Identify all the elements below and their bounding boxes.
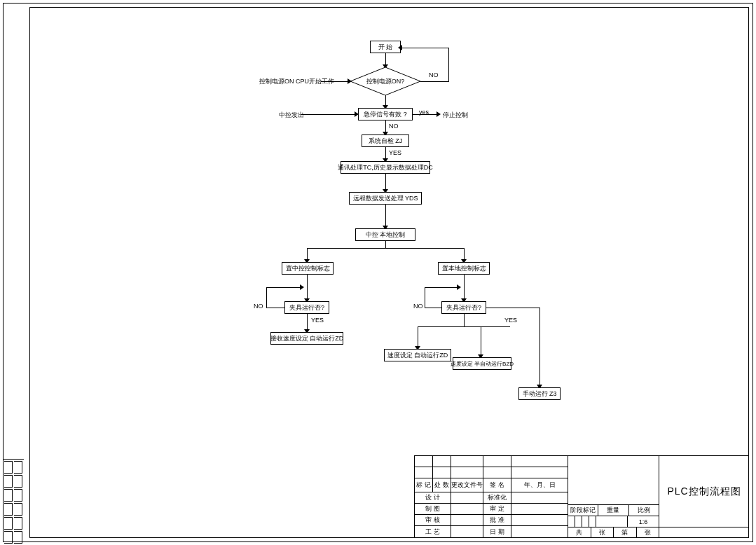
cell: 签 名 [483, 478, 511, 492]
line [418, 326, 418, 347]
node-selfcheck: 系统自检 ZJ [362, 134, 409, 147]
line [539, 308, 540, 386]
line [425, 287, 425, 308]
label: 控制电源ON? [366, 77, 405, 86]
node-set-local: 置本地控制标志 [438, 262, 490, 275]
node-speed-auto: 速度设定 自动运行ZD [384, 349, 451, 361]
arrow [300, 284, 304, 290]
arrow [437, 111, 441, 117]
node-stop-q: 急停信号有效 ? [358, 108, 413, 120]
line [425, 308, 441, 308]
node-power-diamond: 控制电源ON? [350, 67, 420, 95]
node-clamp-r: 夹具运行否? [441, 301, 486, 314]
label-stop-side: 中控发出 [279, 111, 304, 120]
arrow [398, 45, 402, 50]
line [385, 174, 386, 191]
label-clampno-l: NO [254, 303, 263, 310]
cell: 第 [614, 527, 637, 538]
node-mode: 中控 本地控制 [355, 228, 415, 241]
line [448, 48, 449, 82]
cell: 批 准 [483, 515, 511, 525]
cell: 更改文件号 [451, 478, 483, 492]
cell: 比例 [629, 505, 659, 516]
line [425, 287, 458, 288]
cell: 审 定 [483, 504, 511, 514]
cell: 共 [568, 527, 591, 538]
label-clampyes-l: YES [311, 317, 324, 324]
tb-right: PLC控制流程图 [659, 456, 749, 538]
title-block: 标 记 处 数 更改文件号 签 名 年、月、日 设 计 标准化 制 图 审 定 … [414, 455, 749, 538]
tb-mid: 阶段标记 重量 比例 1:6 共 张 第 张 [568, 456, 659, 538]
line [266, 308, 284, 308]
node-tc-dc: 通讯处理TC,历史显示数据处理DC [341, 161, 430, 174]
line [401, 48, 448, 48]
cell: 标 记 [415, 478, 433, 492]
line [481, 326, 481, 356]
cell: 标准化 [483, 492, 511, 503]
line [266, 287, 301, 288]
cell: 张 [591, 527, 614, 538]
line [307, 314, 308, 331]
label-clampno-r: NO [413, 303, 423, 310]
cell: 阶段标记 [568, 505, 598, 516]
line [307, 248, 464, 249]
label-power-no: NO [429, 71, 439, 78]
label-sys-yes: YES [389, 149, 401, 156]
node-recv-speed: 接收速度设定 自动运行ZD [270, 332, 343, 345]
cell: 年、月、日 [511, 478, 568, 492]
label-clampyes-r: YES [504, 317, 517, 324]
line [385, 241, 386, 248]
left-stub-table [3, 459, 24, 545]
node-clamp-l: 夹具运行否? [284, 301, 329, 314]
cell: 设 计 [415, 492, 451, 503]
cell: 重量 [598, 505, 628, 516]
cell: 制 图 [415, 504, 451, 514]
tb-left: 标 记 处 数 更改文件号 签 名 年、月、日 设 计 标准化 制 图 审 定 … [415, 456, 568, 538]
arrow [355, 111, 359, 117]
arrow [457, 284, 461, 290]
line [307, 275, 308, 300]
cell: 张 [637, 527, 659, 538]
line [301, 114, 356, 115]
node-speed-bzd: 速度设定 半自动运行BZD [453, 357, 511, 370]
node-manual: 手动运行 Z3 [518, 387, 561, 400]
line [385, 205, 386, 227]
node-set-central: 置中控控制标志 [282, 262, 334, 275]
line [464, 314, 465, 326]
cell: 工 艺 [415, 526, 451, 538]
line [418, 326, 510, 327]
drawing-title: PLC控制流程图 [659, 456, 749, 527]
node-start: 开 始 [370, 41, 401, 53]
line [486, 308, 539, 308]
line [266, 287, 267, 308]
cell: 日 期 [483, 526, 511, 538]
label-stop-no: NO [389, 123, 399, 130]
line [420, 81, 448, 82]
arrow [348, 78, 352, 84]
cell: 处 数 [433, 478, 451, 492]
cell: 1:6 [628, 516, 659, 527]
line [321, 81, 349, 82]
node-yds: 远程数据发送处理 YDS [349, 192, 422, 205]
cell: 审 核 [415, 515, 451, 525]
line [464, 275, 465, 300]
line [413, 114, 438, 115]
label-stop-ctrl: 停止控制 [443, 111, 468, 120]
